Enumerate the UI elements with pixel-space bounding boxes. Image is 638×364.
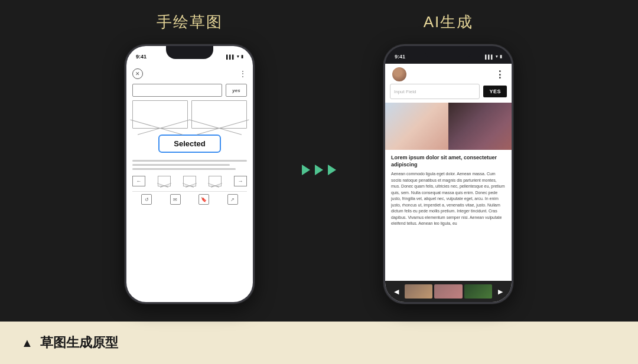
sketch-time: 9:41 [136, 54, 147, 60]
ai-image-2 [448, 103, 512, 150]
ai-article-title: Lorem ipsum dolor sit amet, consectetuer… [391, 155, 506, 168]
ai-input-field[interactable]: Input Field [390, 84, 480, 99]
sketch-line-2 [132, 164, 230, 166]
battery-icon: ▮ [241, 54, 243, 59]
arrow-2 [315, 165, 323, 175]
sketch-phone: 9:41 ▌▌▌ ▾ ▮ ✕ ⋮ yes [125, 44, 255, 304]
signal-icon: ▌▌▌ [226, 55, 235, 59]
ai-images [385, 103, 512, 150]
sketch-refresh-icon[interactable]: ↺ [141, 194, 152, 205]
ai-image-1 [385, 103, 448, 150]
bottom-bar: ▲ 草图生成原型 [0, 322, 638, 364]
bottom-title: 草图生成原型 [40, 334, 118, 352]
sketch-column: 手绘草图 9:41 ▌▌▌ ▾ ▮ ✕ ⋮ [125, 12, 255, 304]
ai-phone-notch [425, 46, 472, 59]
ai-wifi-icon: ▾ [496, 54, 498, 59]
sketch-forward-button[interactable]: → [234, 176, 247, 186]
sketch-email-icon[interactable]: ✉ [170, 194, 181, 205]
sketch-bottom-bar: ↺ ✉ 🔖 ↗ [132, 191, 247, 207]
arrow-section [302, 165, 336, 175]
sketch-selected-button[interactable]: Selected [158, 135, 220, 153]
sketch-share-icon[interactable]: ↗ [227, 194, 238, 205]
ai-time: 9:41 [395, 54, 405, 60]
ai-column: AI生成 9:41 ▌▌▌ ▾ ▮ ⋮ [383, 12, 513, 304]
bottom-triangle-icon: ▲ [21, 336, 33, 350]
ai-battery-icon: ▮ [500, 54, 502, 59]
ai-status-icons: ▌▌▌ ▾ ▮ [485, 54, 502, 59]
ai-signal-icon: ▌▌▌ [485, 55, 494, 59]
ai-input-row: Input Field YES [385, 84, 512, 103]
sketch-menu-dots: ⋮ [239, 70, 247, 78]
sketch-text-lines [132, 159, 247, 171]
arrow-3 [328, 165, 336, 175]
wifi-icon: ▾ [237, 54, 239, 59]
sketch-line-3 [132, 168, 236, 170]
ai-text-section: Lorem ipsum dolor sit amet, consectetuer… [385, 150, 512, 281]
sketch-phone-content: ✕ ⋮ yes Selected [126, 64, 253, 302]
ai-yes-button[interactable]: YES [483, 86, 507, 97]
sketch-line-1 [132, 160, 247, 162]
ai-bottom-nav: ◀ ▶ [385, 281, 512, 302]
sketch-nav-row: ← → [132, 175, 247, 188]
sketch-selected-area: Selected [132, 132, 247, 155]
sketch-image-2 [191, 100, 247, 129]
sketch-nav-img-3 [209, 176, 222, 186]
sketch-nav-img-1 [158, 176, 171, 186]
sketch-status-icons: ▌▌▌ ▾ ▮ [226, 54, 243, 59]
ai-phone-content: ⋮ Input Field YES Lorem ipsum dolor sit [385, 64, 512, 302]
avatar-image [392, 67, 406, 81]
ai-thumbnail-3[interactable] [464, 284, 492, 299]
sketch-input-row: yes [132, 84, 247, 97]
ai-article-body: Aenean commodo ligula eget dolor. Aenean… [391, 171, 506, 227]
sketch-images-row [132, 100, 247, 129]
ai-nav-forward[interactable]: ▶ [494, 285, 507, 298]
ai-menu-dots[interactable]: ⋮ [495, 69, 504, 80]
avatar [392, 67, 406, 81]
ai-input-placeholder: Input Field [394, 89, 416, 94]
phone-notch [166, 46, 213, 59]
ai-top-bar: ⋮ [385, 64, 512, 84]
arrow-row [302, 165, 336, 175]
ai-phone: 9:41 ▌▌▌ ▾ ▮ ⋮ Input Fi [383, 44, 513, 304]
sketch-header: ✕ ⋮ [132, 67, 247, 80]
sketch-title: 手绘草图 [157, 12, 223, 32]
ai-thumbnail-1[interactable] [405, 284, 432, 299]
main-area: 手绘草图 9:41 ▌▌▌ ▾ ▮ ✕ ⋮ [0, 0, 638, 322]
ai-thumbnail-2[interactable] [434, 284, 462, 299]
arrow-1 [302, 165, 310, 175]
sketch-bookmark-icon[interactable]: 🔖 [198, 194, 209, 205]
sketch-nav-img-2 [183, 176, 196, 186]
sketch-image-1 [132, 100, 188, 129]
sketch-close-icon: ✕ [132, 68, 143, 79]
ai-nav-back[interactable]: ◀ [390, 285, 403, 298]
ai-title: AI生成 [424, 12, 474, 32]
sketch-back-button[interactable]: ← [132, 176, 145, 186]
